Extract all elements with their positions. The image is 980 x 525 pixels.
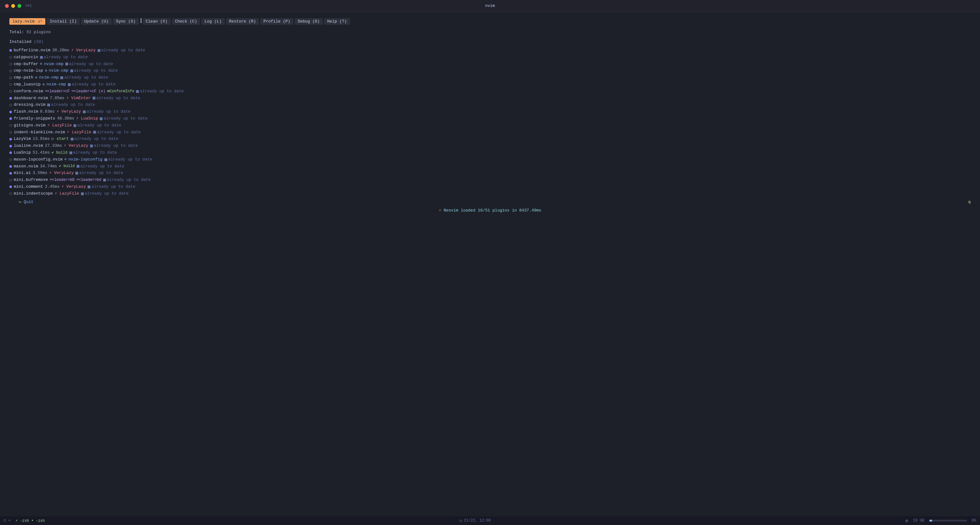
list-item[interactable]: mason-lspconfig.nvim ⚙ nvim-lspconfig al… [10,156,970,163]
dot-filled-icon [10,111,12,113]
list-item[interactable]: LuaSnip 51.41ms ✔ build already up to da… [10,150,970,156]
dot-empty-icon [10,131,12,134]
section-title-installed: Installed (50) [10,40,970,44]
gear-icon: ⚙ [40,61,42,67]
dot-filled-icon [10,165,12,168]
dot-filled-icon [10,97,12,99]
status-datetime: 11/22, 12:08 [464,519,491,523]
total-count: 51 plugins [27,30,51,34]
cursor [141,18,142,23]
gear-icon: ⚙ [64,157,67,163]
menu-btn-check[interactable]: Check (C) [172,18,200,25]
list-item[interactable]: cmp-buffer ⚙ nvim-cmp already up to date [10,61,970,68]
traffic-lights [5,4,21,8]
gear-icon: ⚙ [35,75,37,81]
list-item[interactable]: mini.ai 3.56ms ⚡ VeryLazy already up to … [10,170,970,177]
menu-btn-lazyvim[interactable]: lazy.nvim z² [10,18,45,25]
quit-key: q [968,199,970,204]
quit-label[interactable]: Quit [24,199,33,204]
menu-btn-install[interactable]: Install (I) [46,18,80,25]
main-content: lazy.nvim z² Install (I) Update (U) Sync… [0,12,980,516]
status-folder: □ ~ [4,519,11,523]
list-item[interactable]: dashboard-nvim 7.85ms ⚡ VimEnter already… [10,95,970,102]
list-item[interactable]: mason.nvim 34.74ms ✔ build already up to… [10,163,970,170]
status-pct: 8% [972,519,976,523]
list-item[interactable]: bufferline.nvim 38.28ms ⚡ VeryLazy alrea… [10,47,970,54]
dot-filled-icon [10,152,12,154]
list-item[interactable]: catppuccin already up to date [10,54,970,61]
close-button[interactable] [5,4,9,8]
list-item[interactable]: LazyVim 13.91ms ▷ start already up to da… [10,136,970,142]
dot-empty-icon [10,179,12,182]
plugin-list: bufferline.nvim 38.28ms ⚡ VeryLazy alrea… [10,47,970,197]
dot-empty-icon [10,90,12,93]
menu-btn-help[interactable]: Help (?) [324,18,350,25]
list-item[interactable]: conform.nvim ⌨<leader>cF ⌨<leader>cF (v)… [10,88,970,95]
dot-empty-icon [10,104,12,106]
quit-line: ↪ Quit q [19,199,970,204]
dot-empty-icon [10,158,12,161]
dot-filled-icon [10,172,12,175]
status-square [97,49,100,52]
dot-empty-icon [10,70,12,72]
list-item[interactable]: cmp_luasnip ⚙ nvim-cmp already up to dat… [10,81,970,88]
dot-filled-icon [10,49,12,52]
dot-empty-icon [10,192,12,195]
memory-bar [929,520,967,522]
list-item[interactable]: mini.comment 2.45ms ⚡ VeryLazy already u… [10,184,970,190]
dot-filled-icon [10,145,12,147]
list-item[interactable]: friendly-snippets 48.36ms ⚡ LuaSnip alre… [10,115,970,122]
status-left: □ ~ ⚡ -zsh • -zsh [4,519,45,523]
menu-btn-clean[interactable]: Clean (X) [143,18,171,25]
list-item[interactable]: dressing.nvim already up to date [10,102,970,108]
bolt-icon: ⚡ [439,208,441,213]
maximize-button[interactable] [18,4,21,8]
footer-info: ⚡ Neovim loaded 10/51 plugins in 8437.49… [10,208,970,213]
gear-icon: ⚙ [45,68,47,74]
dot-empty-icon [10,124,12,127]
status-center: ◷ 11/22, 12:08 [45,519,905,523]
list-item[interactable]: cmp-path ⚙ nvim-cmp already up to date [10,75,970,81]
dot-filled-icon [10,185,12,188]
menu-btn-log[interactable]: Log (L) [201,18,225,25]
list-item[interactable]: mini.bufremove ⌨<leader>bD ⌨<leader>bd a… [10,177,970,184]
list-item[interactable]: cmp-nvim-lsp ⚙ nvim-cmp already up to da… [10,68,970,74]
total-line: Total: 51 plugins [10,30,970,34]
loaded-text: Neovim loaded 10/51 plugins in 8437.49ms [444,208,541,213]
dot-empty-icon [10,83,12,86]
menu-btn-debug[interactable]: Debug (D) [294,18,323,25]
list-item[interactable]: indent-blankline.nvim ⚡ LazyFile already… [10,129,970,136]
dot-empty-icon [10,56,12,59]
titlebar-title: nvim [485,3,495,8]
menu-btn-sync[interactable]: Sync (S) [113,18,138,25]
dot-filled-icon [10,138,12,140]
status-shell: ⚡ -zsh • -zsh [16,519,45,523]
memory-icon: ▤ [905,519,908,523]
dot-filled-icon [10,117,12,120]
status-right: ▤ 19 GB 8% [905,519,976,523]
list-item[interactable]: mini.indentscope ⚡ LazyFile already up t… [10,190,970,197]
status-bar: □ ~ ⚡ -zsh • -zsh ◷ 11/22, 12:08 ▤ 19 GB… [0,516,980,525]
start-icon: ▷ start [52,136,69,142]
quit-arrow-icon: ↪ [19,199,21,204]
gear-icon: ⚙ [43,82,45,88]
list-item[interactable]: lualine.nvim 27.33ms ⚡ VeryLazy already … [10,143,970,149]
installed-count: (50) [34,40,43,44]
titlebar: ⌥⌘1 nvim [0,0,980,12]
menu-btn-profile[interactable]: Profile (P) [260,18,293,25]
menu-btn-update[interactable]: Update (U) [81,18,111,25]
clock-icon: ◷ [460,519,462,523]
menu-bar: lazy.nvim z² Install (I) Update (U) Sync… [10,18,970,25]
list-item[interactable]: gitsigns.nvim ⚡ LazyFile already up to d… [10,122,970,129]
menu-btn-restore[interactable]: Restore (R) [226,18,259,25]
status-mem: 19 GB [913,519,924,523]
dot-empty-icon [10,77,12,79]
titlebar-cmd: ⌥⌘1 [25,3,32,8]
memory-bar-used [929,520,932,522]
minimize-button[interactable] [11,4,15,8]
dot-empty-icon [10,63,12,65]
list-item[interactable]: flash.nvim 8.83ms ⚡ VeryLazy already up … [10,109,970,115]
